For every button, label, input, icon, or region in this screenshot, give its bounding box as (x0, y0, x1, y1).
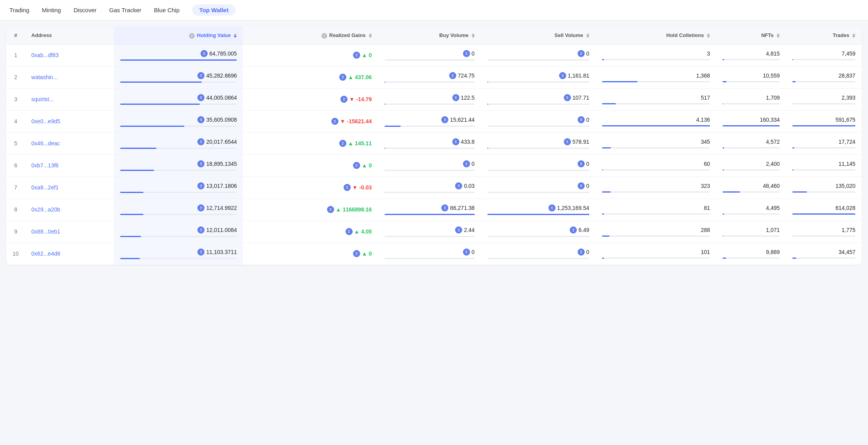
col-header-holding-value[interactable]: i Holding Value (114, 27, 243, 44)
eth-icon-realized: Ξ (339, 74, 346, 81)
collections-text: 81 (704, 205, 710, 211)
col-header-nfts[interactable]: NFTs (716, 27, 786, 44)
sort-holding-icon[interactable] (234, 33, 237, 38)
cell-rank: 10 (6, 243, 25, 265)
nav-minting[interactable]: Minting (42, 5, 61, 15)
cell-address[interactable]: 0x88...0eb1 (25, 221, 114, 243)
col-header-sell-volume[interactable]: Sell Volume (481, 27, 596, 44)
cell-buy-volume: Ξ 2.44 (378, 221, 481, 243)
holding-bar-fill (120, 192, 143, 193)
col-header-realized-gains[interactable]: i Realized Gains (243, 27, 378, 44)
collections-text: 101 (701, 249, 710, 255)
holding-bar-track (120, 59, 237, 61)
col-header-hold-collections[interactable]: Hold Colletions (596, 27, 716, 44)
trades-text: 7,459 (842, 50, 855, 57)
sort-realized-icon[interactable] (369, 33, 372, 38)
sort-sell-icon[interactable] (586, 33, 589, 38)
holding-value-cell: Ξ 11,103.3711 (120, 248, 237, 259)
col-header-buy-volume[interactable]: Buy Volume (378, 27, 481, 44)
holding-bar-fill (120, 170, 154, 171)
holding-bar-fill (120, 104, 200, 105)
nfts-bar-track (723, 125, 780, 126)
nfts-text: 160,334 (760, 117, 780, 123)
collections-text: 345 (701, 139, 710, 145)
gain-arrow: ▲ (348, 140, 353, 146)
realized-gains-inner: Ξ ▼ -15621.44 (249, 118, 372, 125)
trades-bar-fill (792, 125, 855, 126)
nav-gas-tracker[interactable]: Gas Tracker (109, 5, 141, 15)
sell-volume-cell: Ξ 0 (487, 160, 589, 171)
sell-bar-fill (487, 148, 489, 149)
collections-bar-track (602, 258, 710, 259)
realized-gains-text: 1166898.16 (343, 206, 372, 213)
cell-address[interactable]: watashin... (25, 66, 114, 88)
cell-nfts: 48,460 (716, 176, 786, 198)
trades-cell: 34,457 (792, 249, 855, 259)
collections-bar-fill (602, 81, 638, 82)
buy-volume-cell: Ξ 0 (385, 160, 475, 171)
sort-collections-icon[interactable] (707, 33, 710, 38)
cell-nfts: 2,400 (716, 154, 786, 176)
cell-trades: 614,028 (786, 198, 862, 221)
trades-cell: 17,724 (792, 139, 855, 148)
cell-buy-volume: Ξ 86,271.38 (378, 198, 481, 221)
trades-bar-track (792, 81, 855, 82)
holding-bar-track (120, 148, 237, 149)
realized-gains-text: 4.05 (361, 228, 372, 235)
cell-address[interactable]: 0x29...a20b (25, 198, 114, 221)
cell-address[interactable]: 0x62...e4d8 (25, 243, 114, 265)
table-row: 4 0xe0...e9d5 Ξ 35,605.0908 Ξ ▼ -15621.4… (6, 110, 862, 132)
cell-realized-gains: Ξ ▲ 1166898.16 (243, 198, 378, 221)
info-icon-holding[interactable]: i (189, 33, 195, 39)
cell-nfts: 9,889 (716, 243, 786, 265)
eth-icon-realized: Ξ (353, 52, 360, 59)
cell-address[interactable]: 0xa8...2ef1 (25, 176, 114, 198)
holding-value-text: 13,017.1806 (206, 183, 237, 189)
buy-volume-inner: Ξ 15,621.44 (441, 116, 474, 123)
col-header-trades[interactable]: Trades (786, 27, 862, 44)
cell-address[interactable]: 0xe0...e9d5 (25, 110, 114, 132)
nav-top-wallet[interactable]: Top Wallet (192, 4, 236, 16)
nfts-bar-fill (723, 258, 726, 259)
sell-volume-text: 578.91 (572, 139, 589, 145)
buy-volume-text: 724.75 (458, 72, 475, 79)
cell-nfts: 1,709 (716, 88, 786, 110)
collections-bar-track (602, 191, 710, 193)
buy-volume-inner: Ξ 0 (463, 50, 475, 57)
buy-bar-fill (385, 126, 401, 127)
nfts-cell: 4,495 (723, 205, 780, 215)
sell-bar-track (487, 82, 589, 83)
realized-gains-inner: Ξ ▼ -14.79 (249, 96, 372, 103)
realized-gains-inner: Ξ ▲ 0 (249, 250, 372, 257)
nav-blue-chip[interactable]: Blue Chip (154, 5, 180, 15)
realized-gains-text: 437.06 (355, 74, 372, 80)
realized-gains-inner: Ξ ▲ 0 (249, 162, 372, 169)
buy-volume-cell: Ξ 0 (385, 248, 475, 259)
cell-buy-volume: Ξ 0 (378, 243, 481, 265)
holding-bar-track (120, 126, 237, 127)
info-icon-realized[interactable]: i (322, 33, 327, 39)
sell-bar-fill (487, 82, 489, 83)
holding-value-cell: Ξ 18,895.1345 (120, 160, 237, 171)
eth-icon-realized: Ξ (339, 140, 346, 147)
cell-address[interactable]: 0xab...df83 (25, 44, 114, 66)
nav-discover[interactable]: Discover (74, 5, 97, 15)
collections-bar-fill (602, 258, 604, 259)
sort-nfts-icon[interactable] (777, 33, 780, 38)
sort-trades-icon[interactable] (852, 33, 855, 38)
eth-icon-holding: Ξ (197, 226, 204, 234)
buy-volume-text: 122.5 (461, 95, 475, 101)
eth-icon-holding: Ξ (197, 248, 204, 256)
buy-volume-cell: Ξ 86,271.38 (385, 204, 475, 215)
cell-address[interactable]: squirtst... (25, 88, 114, 110)
nav-trading[interactable]: Trading (9, 5, 29, 15)
gain-arrow: ▲ (354, 228, 360, 235)
sort-buy-icon[interactable] (472, 33, 475, 38)
trades-bar-fill (792, 169, 794, 171)
cell-address[interactable]: 0xb7...13f6 (25, 154, 114, 176)
cell-address[interactable]: 0x46...deac (25, 132, 114, 154)
collections-cell: 1,368 (602, 72, 710, 82)
eth-icon-realized: Ξ (340, 96, 348, 103)
holding-value-inner: Ξ 20,017.6544 (197, 138, 237, 145)
collections-cell: 288 (602, 227, 710, 237)
